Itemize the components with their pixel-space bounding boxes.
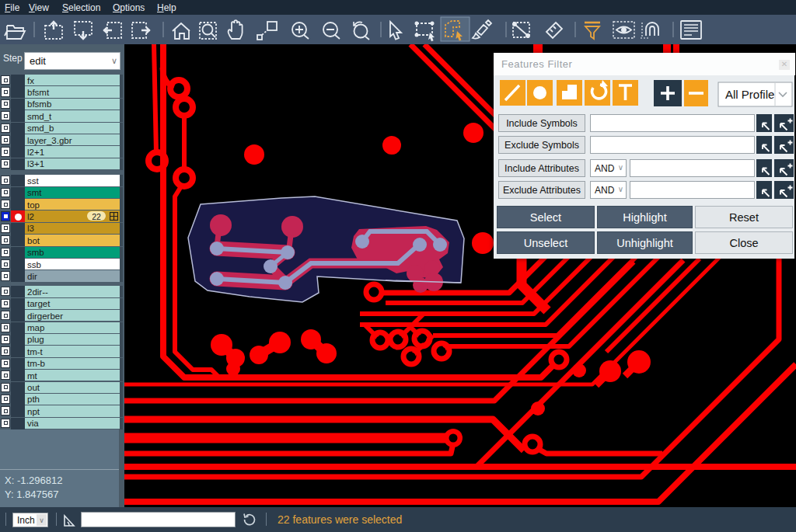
svg-text:All Profile: All Profile bbox=[725, 88, 774, 101]
